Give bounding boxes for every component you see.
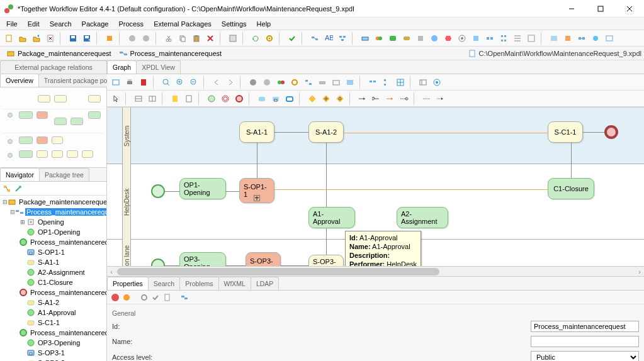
artifact-icon[interactable] [183, 92, 195, 105]
tree-item[interactable]: Process_maintenancerequest [1, 328, 105, 338]
edit-props-icon[interactable] [227, 32, 239, 45]
c4-icon[interactable] [400, 32, 413, 45]
c8-icon[interactable] [456, 32, 468, 45]
tree-item[interactable]: S-A1-2 [1, 297, 105, 308]
node-s-c1-1[interactable]: S-C1-1 [548, 121, 583, 143]
copy-icon[interactable] [176, 32, 189, 45]
gear-icon[interactable] [263, 32, 276, 45]
gear2-icon[interactable] [288, 76, 301, 89]
graph-horizontal-scrollbar[interactable]: ‹ › [107, 266, 644, 276]
c6-icon[interactable] [428, 32, 441, 45]
c12-icon[interactable] [511, 32, 524, 45]
pdf-icon[interactable] [137, 76, 150, 89]
proc-1-icon[interactable] [308, 32, 321, 45]
prop-check-icon[interactable] [151, 293, 160, 302]
delete-icon[interactable] [204, 32, 217, 45]
reopen-icon[interactable] [30, 32, 43, 45]
crumb-filepath[interactable]: C:\OpenMaint\Workflow\MaintenanceRequest… [468, 49, 641, 58]
expand-icon[interactable] [3, 184, 11, 193]
prop-gear-icon[interactable] [140, 293, 149, 302]
prop-name-input[interactable] [531, 336, 639, 347]
start-event-1[interactable] [151, 184, 165, 198]
print-icon[interactable] [123, 76, 136, 89]
nav-prev-icon[interactable] [210, 76, 223, 89]
d5-icon[interactable] [603, 32, 616, 45]
lane-helpdesk-label[interactable]: HelpDesk [122, 164, 131, 240]
rec2-icon[interactable] [261, 76, 273, 89]
lane-v-icon[interactable] [146, 92, 159, 105]
c5-icon[interactable] [414, 32, 427, 45]
tab-transient-pool[interactable]: Transient package pool [38, 74, 118, 87]
seq-flow-icon[interactable] [356, 92, 369, 105]
task-icon[interactable] [256, 92, 268, 105]
nav-next-icon[interactable] [224, 76, 237, 89]
redo-icon[interactable] [140, 32, 152, 45]
gateway1-icon[interactable] [306, 92, 319, 105]
tab-navigator[interactable]: Navigator [0, 168, 40, 181]
tree-item[interactable]: OP1-Opening [1, 227, 105, 237]
c7-icon[interactable] [442, 32, 455, 45]
gateway2-icon[interactable] [320, 92, 332, 105]
msg-flow-icon[interactable] [398, 92, 410, 105]
d3-icon[interactable] [575, 32, 588, 45]
tab-properties[interactable]: Properties [107, 277, 149, 290]
tree-item[interactable]: A2-Assignment [1, 267, 105, 277]
graph-canvas-scroll[interactable]: Process_maintenance request System HelpD… [107, 108, 644, 266]
tree-item[interactable]: S-A1-1 [1, 257, 105, 267]
layout3-icon[interactable] [330, 76, 342, 89]
prop-doc-icon[interactable] [162, 293, 171, 302]
cut-icon[interactable] [162, 32, 175, 45]
proc-2-icon[interactable] [336, 32, 349, 45]
intermediate-event-icon[interactable] [219, 92, 232, 105]
note-icon[interactable] [169, 92, 181, 105]
def-flow-icon[interactable] [384, 92, 397, 105]
c3-icon[interactable] [387, 32, 399, 45]
pointer-icon[interactable] [110, 92, 122, 105]
prop-access-select[interactable]: Public [531, 351, 639, 361]
tab-overview[interactable]: Overview [0, 74, 39, 87]
d2-icon[interactable] [562, 32, 574, 45]
prop-world-icon[interactable] [122, 293, 131, 302]
tree-item[interactable]: S-OP3-2 [1, 358, 105, 361]
node-op1-opening[interactable]: OP1-Opening [179, 178, 226, 199]
close-doc-icon[interactable] [44, 32, 57, 45]
prop-link-icon[interactable] [180, 293, 189, 302]
menu-search[interactable]: Search [46, 19, 76, 29]
lay6-icon[interactable] [380, 76, 393, 89]
node-s-op3-2[interactable]: S-OP3-2 [308, 255, 344, 266]
paste-icon[interactable] [190, 32, 203, 45]
node-s-a1-1[interactable]: S-A1-1 [239, 121, 274, 143]
zoom-in-icon[interactable] [174, 76, 186, 89]
menu-settings[interactable]: Settings [218, 19, 251, 29]
tab-graph[interactable]: Graph [107, 60, 137, 74]
node-op3-opening[interactable]: OP3-Opening [179, 252, 226, 266]
node-a1-approval[interactable]: A1-Approval [308, 207, 355, 228]
menu-help[interactable]: Help [253, 19, 275, 29]
gateway3-icon[interactable] [334, 92, 346, 105]
zoom-fit-icon[interactable] [110, 76, 122, 89]
lay5-icon[interactable] [366, 76, 379, 89]
node-a2-assignment[interactable]: A2-Assignment [397, 207, 448, 228]
prop-id-input[interactable] [531, 321, 639, 332]
menu-external-packages[interactable]: External Packages [150, 19, 215, 29]
c13-icon[interactable] [525, 32, 538, 45]
undo-icon[interactable] [126, 32, 138, 45]
layout4-icon[interactable] [344, 76, 356, 89]
lane-system-label[interactable]: System [122, 108, 131, 164]
refresh-icon[interactable] [249, 32, 262, 45]
tree-item[interactable]: S-OP1-1 [1, 247, 105, 257]
navigator-tree[interactable]: ⊟Package_maintenancerequest⊟Process_main… [0, 196, 106, 361]
c11-icon[interactable] [497, 32, 510, 45]
tree-item[interactable]: OP3-Opening [1, 338, 105, 348]
cond-flow-icon[interactable] [370, 92, 383, 105]
node-s-op3-1[interactable]: S-OP3-1+ [246, 252, 281, 266]
menu-edit[interactable]: Edit [24, 19, 43, 29]
end-event[interactable] [604, 125, 618, 139]
tab-package-tree[interactable]: Package tree [39, 168, 89, 181]
tree-item[interactable]: Process_maintenancerequest [1, 237, 105, 247]
tree-item[interactable]: ⊟Process_maintenancerequest [1, 207, 105, 217]
tab-problems[interactable]: Problems [179, 277, 218, 290]
subproc-icon[interactable] [269, 92, 282, 105]
window-maximize-button[interactable] [586, 0, 615, 18]
node-c1-closure[interactable]: C1-Closure [548, 178, 594, 199]
